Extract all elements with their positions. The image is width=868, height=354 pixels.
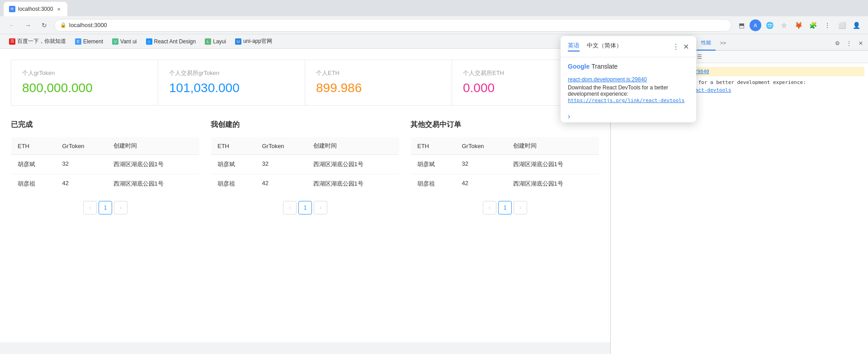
row2-eth: 胡彦祖	[11, 174, 56, 194]
section-created: 我创建的 ETH GrToken 创建时间 胡彦斌 32 西湖区湖底公	[211, 120, 400, 214]
section-completed-title: 已完成	[11, 120, 200, 130]
stat-exchange-grtoken-value: 101,030.000	[169, 81, 294, 95]
row1-eth3: 胡彦斌	[411, 155, 456, 174]
section-other: 其他交易中订单 ETH GrToken 创建时间 胡彦斌 32 西湖区	[410, 120, 599, 214]
nav-bar: ← → ↻ 🔒 localhost:3000 ⬒ A 🌐 ☆ 🦊 🧩 ⋮ ⬜ 👤	[0, 16, 868, 34]
devtools-link[interactable]: https://reactjs.org/link/react-devtools	[568, 98, 684, 103]
col-eth-header: ETH	[11, 137, 56, 155]
translate-text: Translate	[591, 63, 618, 70]
devtools-more-button[interactable]: ⋮	[844, 38, 854, 49]
bookmark-baidu-icon: 百	[9, 38, 15, 45]
tab-title: localhost:3000	[18, 6, 53, 12]
translate-content: react-dom.development.js:29840 Download …	[561, 75, 696, 111]
menu-button-right[interactable]: ⋮	[821, 19, 834, 32]
translate-logo: Google Translate	[561, 57, 696, 75]
row1-grtoken2: 32	[255, 155, 307, 174]
col-grtoken-header3: GrToken	[455, 137, 506, 155]
bookmark-vant-icon: V	[112, 38, 118, 45]
bookmark-layui-icon: L	[205, 38, 211, 45]
cast-button[interactable]: ⬒	[735, 19, 748, 32]
row1-eth: 胡彦斌	[11, 155, 56, 174]
page-content: 个人grToken 800,000.000 个人交易所grToken 101,0…	[0, 49, 610, 342]
tab-bar: R localhost:3000 ✕	[0, 0, 868, 16]
google-logo-text: Google	[568, 63, 590, 70]
devtools-close-button[interactable]: ✕	[855, 38, 866, 49]
completed-pagination: ‹ 1 ›	[11, 201, 200, 214]
window-switch-button[interactable]: ⬜	[835, 19, 848, 32]
bookmark-vant[interactable]: V Vant ui	[108, 36, 140, 47]
row2-grtoken2: 42	[255, 174, 307, 194]
col-eth-header2: ETH	[211, 137, 256, 155]
table-row: 胡彦祖 42 西湖区湖底公园1号	[11, 174, 200, 194]
next-page-button2[interactable]: ›	[314, 201, 327, 214]
back-button[interactable]: ←	[5, 19, 18, 32]
row2-created3: 西湖区湖底公园1号	[507, 174, 599, 194]
table-row: 胡彦斌 32 西湖区湖底公园1号	[211, 155, 400, 174]
tab-favicon: R	[9, 6, 15, 12]
row2-created2: 西湖区湖底公园1号	[307, 174, 400, 194]
row1-created3: 西湖区湖底公园1号	[507, 155, 599, 174]
translate-button[interactable]: 🌐	[763, 19, 776, 32]
translate-close-button[interactable]: ✕	[683, 42, 689, 51]
active-tab[interactable]: R localhost:3000 ✕	[4, 2, 67, 16]
page-1-button[interactable]: 1	[99, 201, 112, 214]
created-table: ETH GrToken 创建时间 胡彦斌 32 西湖区湖底公园1号 胡彦祖	[211, 137, 400, 194]
translate-link[interactable]: react-dom.development.js:29840	[568, 75, 689, 83]
translate-expand-button[interactable]: ›	[561, 111, 696, 122]
created-pagination: ‹ 1 ›	[211, 201, 400, 214]
translate-header-right: ⋮ ✕	[672, 42, 689, 51]
bookmark-vant-label: Vant ui	[120, 38, 137, 45]
bookmark-layui[interactable]: L Layui	[201, 36, 230, 47]
refresh-button[interactable]: ↻	[38, 19, 51, 32]
devtools-settings-button[interactable]: ⚙	[832, 38, 843, 49]
table-row: 胡彦斌 32 西湖区湖底公园1号	[411, 155, 599, 174]
row2-grtoken3: 42	[455, 174, 506, 194]
translate-header: 英语 中文（简体） ⋮ ✕	[561, 36, 696, 57]
translate-more-button[interactable]: ⋮	[672, 42, 679, 51]
extension2-button[interactable]: 🧩	[807, 19, 819, 32]
bookmark-uniapp-icon: U	[235, 38, 241, 45]
extension1-button[interactable]: 🦊	[792, 19, 805, 32]
address-text: localhost:3000	[69, 22, 107, 28]
translate-tab-chinese[interactable]: 中文（简体）	[587, 42, 622, 51]
bookmark-baidu[interactable]: 百 百度一下，你就知道	[5, 36, 70, 47]
translate-tab-english[interactable]: 英语	[568, 42, 580, 51]
prev-page-button3[interactable]: ‹	[483, 201, 496, 214]
translate-message: Download the React DevTools for a better…	[568, 84, 689, 103]
row2-eth2: 胡彦祖	[211, 174, 256, 194]
bookmark-react-antd[interactable]: ◇ React Ant Design	[142, 36, 200, 47]
profile-avatar[interactable]: A	[750, 19, 761, 31]
translate-tabs: 英语 中文（简体）	[568, 42, 669, 51]
stat-card-eth: 个人ETH 899.986	[305, 60, 452, 105]
devtools-tab-performance[interactable]: 性能	[697, 36, 716, 51]
section-created-title: 我创建的	[211, 120, 400, 130]
prev-page-button[interactable]: ‹	[83, 201, 97, 214]
bookmark-react-antd-icon: ◇	[146, 38, 152, 45]
page-1-button2[interactable]: 1	[298, 201, 312, 214]
other-table: ETH GrToken 创建时间 胡彦斌 32 西湖区湖底公园1号 胡彦祖	[410, 137, 599, 194]
devtools-tab-more[interactable]: >>	[716, 36, 731, 51]
col-created-header3: 创建时间	[507, 137, 599, 155]
col-created-header: 创建时间	[107, 137, 200, 155]
col-eth-header3: ETH	[411, 137, 456, 155]
address-bar[interactable]: 🔒 localhost:3000	[54, 19, 731, 32]
user-button[interactable]: 👤	[850, 19, 863, 32]
next-page-button[interactable]: ›	[114, 201, 127, 214]
col-grtoken-header2: GrToken	[255, 137, 307, 155]
tab-close-button[interactable]: ✕	[56, 6, 62, 12]
lock-icon: 🔒	[60, 22, 66, 28]
bookmark-element[interactable]: E Element	[71, 36, 107, 47]
page-1-button3[interactable]: 1	[498, 201, 512, 214]
table-row: 胡彦斌 32 西湖区湖底公园1号	[11, 155, 200, 174]
prev-page-button2[interactable]: ‹	[283, 201, 297, 214]
bookmark-element-label: Element	[83, 38, 103, 45]
row1-grtoken3: 32	[455, 155, 506, 174]
table-row: 胡彦祖 42 西湖区湖底公园1号	[211, 174, 400, 194]
bookmark-button[interactable]: ☆	[778, 19, 790, 32]
row1-created2: 西湖区湖底公园1号	[307, 155, 400, 174]
browser-window: R localhost:3000 ✕ ← → ↻ 🔒 localhost:300…	[0, 0, 868, 354]
next-page-button3[interactable]: ›	[514, 201, 527, 214]
forward-button[interactable]: →	[22, 19, 34, 32]
stat-grtoken-value: 800,000.000	[22, 81, 147, 95]
bookmark-uniapp[interactable]: U uni-app官网	[231, 36, 276, 47]
